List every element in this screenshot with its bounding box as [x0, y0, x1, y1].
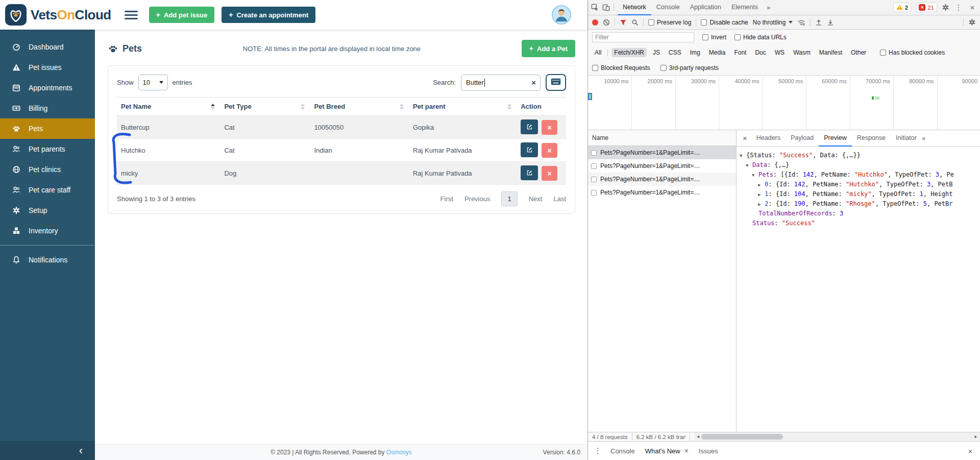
last-page-button[interactable]: Last — [553, 195, 566, 203]
sidebar-item-inventory[interactable]: Inventory — [0, 221, 95, 241]
preview-tree-row[interactable]: ▼{Status: "Success", Data: {,…}} — [737, 151, 980, 160]
detail-tab-payload[interactable]: Payload — [786, 130, 819, 147]
drawer-menu-icon[interactable]: ⋮ — [593, 446, 602, 455]
scrollbar-thumb[interactable] — [701, 434, 783, 440]
request-row[interactable]: Pets?PageNumber=1&PageLimit=… — [588, 146, 736, 159]
drawer-tab-issues[interactable]: Issues — [694, 447, 723, 455]
drawer-tab-what-s-new[interactable]: What's New× — [640, 447, 694, 455]
column-header-pet-name[interactable]: Pet Name — [117, 98, 220, 116]
preview-tree-row[interactable]: ▶2: {Id: 190, PetName: "Rhosge", TypeOfP… — [737, 199, 980, 209]
resource-chip-img[interactable]: Img — [688, 48, 703, 57]
settings-gear-icon[interactable] — [942, 4, 949, 11]
record-network-log-icon[interactable] — [592, 19, 598, 26]
more-tabs-icon[interactable]: » — [767, 4, 770, 11]
next-page-button[interactable]: Next — [529, 195, 543, 203]
close-detail-icon[interactable]: × — [739, 134, 751, 142]
column-header-pet-type[interactable]: Pet Type — [220, 98, 310, 116]
tab-console[interactable]: Console — [651, 0, 685, 15]
close-tab-icon[interactable]: × — [684, 447, 689, 455]
resource-chip-ws[interactable]: WS — [772, 48, 787, 57]
clear-search-icon[interactable]: × — [531, 78, 536, 87]
first-page-button[interactable]: First — [440, 195, 453, 203]
filter-funnel-icon[interactable] — [620, 19, 627, 26]
osmosys-link[interactable]: Osmosys — [386, 449, 412, 456]
resource-chip-media[interactable]: Media — [706, 48, 728, 57]
more-options-icon[interactable]: ⋮ — [954, 3, 963, 12]
preview-tree-row[interactable]: ▼Pets: [{Id: 142, PetName: "Hutchko", Ty… — [737, 170, 980, 180]
resource-chip-doc[interactable]: Doc — [752, 48, 768, 57]
sidebar-item-dashboard[interactable]: Dashboard — [0, 37, 95, 57]
app-logo[interactable]: VetsOnCloud — [0, 4, 111, 26]
edit-button[interactable] — [521, 165, 538, 180]
page-size-select[interactable]: 10 — [138, 75, 168, 90]
resource-chip-font[interactable]: Font — [731, 48, 749, 57]
preview-tree-row[interactable]: ▶0: {Id: 142, PetName: "Hutchko", TypeOf… — [737, 180, 980, 189]
close-devtools-icon[interactable]: × — [968, 3, 977, 12]
add-a-pet-button[interactable]: + Add a Pet — [522, 40, 575, 57]
resource-chip-manifest[interactable]: Manifest — [817, 48, 845, 57]
throttling-select[interactable]: No throttling — [753, 19, 793, 26]
preview-tree-row[interactable]: TotalNumberOfRecords: 3 — [737, 209, 980, 219]
preview-tree-row[interactable]: Status: "Success" — [737, 219, 980, 228]
delete-button[interactable]: × — [542, 166, 557, 181]
request-row[interactable]: Pets?PageNumber=1&PageLimit=… — [588, 173, 736, 186]
resource-chip-js[interactable]: JS — [650, 48, 663, 57]
close-drawer-icon[interactable]: × — [966, 447, 975, 455]
delete-button[interactable]: × — [542, 143, 557, 158]
preview-tree-row[interactable]: ▶1: {Id: 104, PetName: "micky", TypeOfPe… — [737, 189, 980, 199]
expand-arrow-icon[interactable]: ▶ — [758, 200, 765, 209]
warnings-badge[interactable]: 2 — [893, 3, 911, 12]
drawer-tab-console[interactable]: Console — [605, 447, 640, 455]
third-party-requests-checkbox[interactable]: 3rd-party requests — [660, 64, 719, 71]
previous-page-button[interactable]: Previous — [464, 195, 491, 203]
resource-chip-other[interactable]: Other — [848, 48, 869, 57]
sidebar-item-notifications[interactable]: Notifications — [0, 250, 95, 270]
has-blocked-cookies-checkbox[interactable]: Has blocked cookies — [880, 49, 945, 56]
request-checkbox[interactable] — [591, 150, 597, 156]
detail-more-tabs-icon[interactable]: » — [922, 134, 925, 142]
inspect-element-icon[interactable] — [591, 4, 599, 11]
blocked-requests-checkbox[interactable]: Blocked Requests — [592, 64, 650, 71]
column-header-pet-parent[interactable]: Pet parent — [409, 98, 517, 116]
add-pet-issue-button[interactable]: + Add pet issue — [149, 7, 214, 23]
sidebar-item-setup[interactable]: Setup — [0, 200, 95, 221]
export-har-icon[interactable] — [827, 19, 834, 26]
resource-chip-fetch-xhr[interactable]: Fetch/XHR — [611, 48, 647, 57]
sidebar-item-pet-issues[interactable]: Pet issues — [0, 57, 95, 78]
expand-arrow-icon[interactable]: ▶ — [758, 190, 765, 199]
user-avatar[interactable] — [552, 5, 571, 25]
delete-button[interactable]: × — [542, 120, 557, 135]
expand-arrow-icon[interactable]: ▼ — [752, 171, 758, 180]
scroll-right-icon[interactable]: ► — [972, 434, 980, 439]
clear-network-log-icon[interactable] — [603, 19, 610, 26]
device-toolbar-icon[interactable] — [602, 4, 610, 11]
resource-chip-all[interactable]: All — [592, 48, 604, 57]
import-har-icon[interactable] — [815, 19, 822, 26]
sidebar-item-pet-care-staff[interactable]: Pet care staff — [0, 180, 95, 200]
network-timeline[interactable]: 10000 ms20000 ms30000 ms40000 ms50000 ms… — [588, 76, 980, 130]
search-icon[interactable] — [631, 19, 639, 26]
detail-tab-response[interactable]: Response — [852, 130, 891, 147]
request-checkbox[interactable] — [591, 163, 597, 169]
tab-network[interactable]: Network — [618, 0, 651, 15]
search-input[interactable]: Butter × — [461, 75, 541, 91]
request-row[interactable]: Pets?PageNumber=1&PageLimit=… — [588, 186, 736, 199]
hide-data-urls-checkbox[interactable]: Hide data URLs — [734, 34, 787, 41]
expand-arrow-icon[interactable]: ▼ — [740, 151, 746, 160]
request-row[interactable]: Pets?PageNumber=1&PageLimit=… — [588, 159, 736, 173]
disable-cache-checkbox[interactable]: Disable cache — [701, 19, 748, 26]
request-checkbox[interactable] — [591, 190, 597, 196]
expand-arrow-icon[interactable]: ▼ — [746, 161, 752, 170]
resource-chip-css[interactable]: CSS — [666, 48, 684, 57]
edit-button[interactable] — [521, 119, 538, 134]
edit-button[interactable] — [521, 142, 538, 157]
sidebar-collapse-icon[interactable]: ‹ — [79, 445, 83, 456]
hamburger-icon[interactable] — [125, 9, 138, 21]
sidebar-item-pet-parents[interactable]: Pet parents — [0, 139, 95, 159]
tab-application[interactable]: Application — [685, 0, 726, 15]
expand-arrow-icon[interactable]: ▶ — [758, 180, 765, 189]
create-appointment-button[interactable]: + Create an appointment — [222, 7, 315, 23]
detail-tab-preview[interactable]: Preview — [819, 130, 851, 147]
network-conditions-icon[interactable] — [797, 19, 805, 26]
detail-tab-headers[interactable]: Headers — [751, 130, 786, 147]
